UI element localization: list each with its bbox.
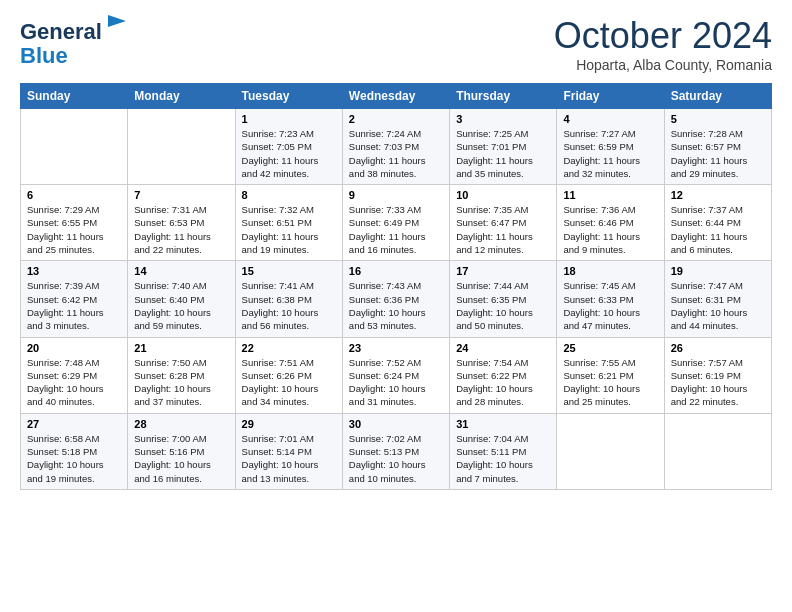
day-cell: 24Sunrise: 7:54 AM Sunset: 6:22 PM Dayli…: [450, 337, 557, 413]
column-header-thursday: Thursday: [450, 84, 557, 109]
day-number: 13: [27, 265, 121, 277]
day-cell: 26Sunrise: 7:57 AM Sunset: 6:19 PM Dayli…: [664, 337, 771, 413]
day-cell: 13Sunrise: 7:39 AM Sunset: 6:42 PM Dayli…: [21, 261, 128, 337]
logo-blue-text: Blue: [20, 43, 68, 68]
day-info: Sunrise: 7:47 AM Sunset: 6:31 PM Dayligh…: [671, 279, 765, 332]
column-header-wednesday: Wednesday: [342, 84, 449, 109]
calendar-header: SundayMondayTuesdayWednesdayThursdayFrid…: [21, 84, 772, 109]
day-cell: 5Sunrise: 7:28 AM Sunset: 6:57 PM Daylig…: [664, 109, 771, 185]
day-info: Sunrise: 7:36 AM Sunset: 6:46 PM Dayligh…: [563, 203, 657, 256]
day-number: 24: [456, 342, 550, 354]
location-text: Hoparta, Alba County, Romania: [554, 57, 772, 73]
day-cell: [128, 109, 235, 185]
day-number: 2: [349, 113, 443, 125]
day-cell: 15Sunrise: 7:41 AM Sunset: 6:38 PM Dayli…: [235, 261, 342, 337]
day-cell: 22Sunrise: 7:51 AM Sunset: 6:26 PM Dayli…: [235, 337, 342, 413]
day-cell: [664, 413, 771, 489]
day-number: 11: [563, 189, 657, 201]
title-block: October 2024 Hoparta, Alba County, Roman…: [554, 15, 772, 73]
page-header: General Blue October 2024 Hoparta, Alba …: [20, 15, 772, 73]
day-info: Sunrise: 7:31 AM Sunset: 6:53 PM Dayligh…: [134, 203, 228, 256]
day-number: 14: [134, 265, 228, 277]
day-info: Sunrise: 7:52 AM Sunset: 6:24 PM Dayligh…: [349, 356, 443, 409]
calendar-body: 1Sunrise: 7:23 AM Sunset: 7:05 PM Daylig…: [21, 109, 772, 490]
day-number: 30: [349, 418, 443, 430]
day-cell: 23Sunrise: 7:52 AM Sunset: 6:24 PM Dayli…: [342, 337, 449, 413]
column-header-friday: Friday: [557, 84, 664, 109]
day-info: Sunrise: 7:41 AM Sunset: 6:38 PM Dayligh…: [242, 279, 336, 332]
day-info: Sunrise: 7:00 AM Sunset: 5:16 PM Dayligh…: [134, 432, 228, 485]
day-info: Sunrise: 7:40 AM Sunset: 6:40 PM Dayligh…: [134, 279, 228, 332]
day-number: 23: [349, 342, 443, 354]
day-info: Sunrise: 7:25 AM Sunset: 7:01 PM Dayligh…: [456, 127, 550, 180]
day-info: Sunrise: 7:44 AM Sunset: 6:35 PM Dayligh…: [456, 279, 550, 332]
day-number: 25: [563, 342, 657, 354]
day-number: 31: [456, 418, 550, 430]
day-number: 4: [563, 113, 657, 125]
day-info: Sunrise: 7:54 AM Sunset: 6:22 PM Dayligh…: [456, 356, 550, 409]
day-info: Sunrise: 7:35 AM Sunset: 6:47 PM Dayligh…: [456, 203, 550, 256]
day-cell: 2Sunrise: 7:24 AM Sunset: 7:03 PM Daylig…: [342, 109, 449, 185]
header-row: SundayMondayTuesdayWednesdayThursdayFrid…: [21, 84, 772, 109]
day-info: Sunrise: 7:48 AM Sunset: 6:29 PM Dayligh…: [27, 356, 121, 409]
day-info: Sunrise: 7:50 AM Sunset: 6:28 PM Dayligh…: [134, 356, 228, 409]
day-cell: 11Sunrise: 7:36 AM Sunset: 6:46 PM Dayli…: [557, 185, 664, 261]
week-row-5: 27Sunrise: 6:58 AM Sunset: 5:18 PM Dayli…: [21, 413, 772, 489]
logo: General Blue: [20, 15, 132, 68]
day-cell: 19Sunrise: 7:47 AM Sunset: 6:31 PM Dayli…: [664, 261, 771, 337]
day-cell: 20Sunrise: 7:48 AM Sunset: 6:29 PM Dayli…: [21, 337, 128, 413]
day-info: Sunrise: 7:55 AM Sunset: 6:21 PM Dayligh…: [563, 356, 657, 409]
day-number: 5: [671, 113, 765, 125]
day-info: Sunrise: 7:23 AM Sunset: 7:05 PM Dayligh…: [242, 127, 336, 180]
day-number: 21: [134, 342, 228, 354]
day-cell: 1Sunrise: 7:23 AM Sunset: 7:05 PM Daylig…: [235, 109, 342, 185]
day-info: Sunrise: 7:02 AM Sunset: 5:13 PM Dayligh…: [349, 432, 443, 485]
day-cell: 3Sunrise: 7:25 AM Sunset: 7:01 PM Daylig…: [450, 109, 557, 185]
week-row-1: 1Sunrise: 7:23 AM Sunset: 7:05 PM Daylig…: [21, 109, 772, 185]
day-info: Sunrise: 7:28 AM Sunset: 6:57 PM Dayligh…: [671, 127, 765, 180]
day-number: 8: [242, 189, 336, 201]
column-header-sunday: Sunday: [21, 84, 128, 109]
day-number: 17: [456, 265, 550, 277]
day-info: Sunrise: 7:51 AM Sunset: 6:26 PM Dayligh…: [242, 356, 336, 409]
day-info: Sunrise: 7:57 AM Sunset: 6:19 PM Dayligh…: [671, 356, 765, 409]
day-cell: 31Sunrise: 7:04 AM Sunset: 5:11 PM Dayli…: [450, 413, 557, 489]
day-number: 9: [349, 189, 443, 201]
day-number: 7: [134, 189, 228, 201]
day-info: Sunrise: 7:33 AM Sunset: 6:49 PM Dayligh…: [349, 203, 443, 256]
day-number: 18: [563, 265, 657, 277]
day-info: Sunrise: 7:29 AM Sunset: 6:55 PM Dayligh…: [27, 203, 121, 256]
day-cell: 9Sunrise: 7:33 AM Sunset: 6:49 PM Daylig…: [342, 185, 449, 261]
week-row-2: 6Sunrise: 7:29 AM Sunset: 6:55 PM Daylig…: [21, 185, 772, 261]
month-title: October 2024: [554, 15, 772, 57]
day-cell: 17Sunrise: 7:44 AM Sunset: 6:35 PM Dayli…: [450, 261, 557, 337]
day-cell: 29Sunrise: 7:01 AM Sunset: 5:14 PM Dayli…: [235, 413, 342, 489]
day-number: 22: [242, 342, 336, 354]
day-cell: 30Sunrise: 7:02 AM Sunset: 5:13 PM Dayli…: [342, 413, 449, 489]
column-header-tuesday: Tuesday: [235, 84, 342, 109]
day-cell: 18Sunrise: 7:45 AM Sunset: 6:33 PM Dayli…: [557, 261, 664, 337]
day-number: 28: [134, 418, 228, 430]
day-number: 26: [671, 342, 765, 354]
day-cell: 12Sunrise: 7:37 AM Sunset: 6:44 PM Dayli…: [664, 185, 771, 261]
day-cell: 8Sunrise: 7:32 AM Sunset: 6:51 PM Daylig…: [235, 185, 342, 261]
day-number: 15: [242, 265, 336, 277]
day-number: 6: [27, 189, 121, 201]
calendar-table: SundayMondayTuesdayWednesdayThursdayFrid…: [20, 83, 772, 490]
day-number: 19: [671, 265, 765, 277]
day-cell: 7Sunrise: 7:31 AM Sunset: 6:53 PM Daylig…: [128, 185, 235, 261]
day-info: Sunrise: 6:58 AM Sunset: 5:18 PM Dayligh…: [27, 432, 121, 485]
day-info: Sunrise: 7:45 AM Sunset: 6:33 PM Dayligh…: [563, 279, 657, 332]
column-header-saturday: Saturday: [664, 84, 771, 109]
day-number: 1: [242, 113, 336, 125]
day-number: 12: [671, 189, 765, 201]
day-cell: 28Sunrise: 7:00 AM Sunset: 5:16 PM Dayli…: [128, 413, 235, 489]
day-cell: 4Sunrise: 7:27 AM Sunset: 6:59 PM Daylig…: [557, 109, 664, 185]
day-number: 10: [456, 189, 550, 201]
day-cell: 27Sunrise: 6:58 AM Sunset: 5:18 PM Dayli…: [21, 413, 128, 489]
day-number: 20: [27, 342, 121, 354]
day-cell: 21Sunrise: 7:50 AM Sunset: 6:28 PM Dayli…: [128, 337, 235, 413]
day-number: 27: [27, 418, 121, 430]
day-info: Sunrise: 7:24 AM Sunset: 7:03 PM Dayligh…: [349, 127, 443, 180]
logo-flag-icon: [104, 11, 132, 39]
